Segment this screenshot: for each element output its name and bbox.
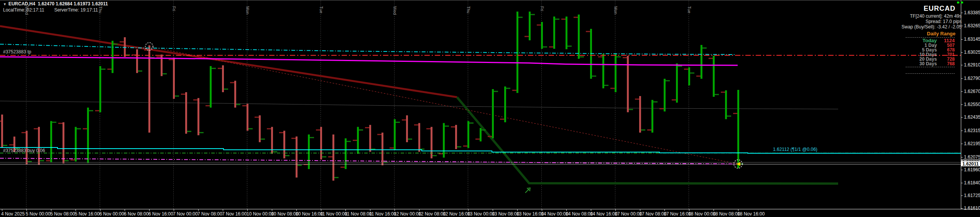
close-tick [396, 122, 400, 123]
day-of-week-label: Thu [466, 6, 471, 13]
chart-svg[interactable]: WedThuFriMonTueWedThuFriMonTue#37523883 … [0, 0, 980, 217]
ohlc-bar [210, 66, 212, 108]
ohlc-bar [480, 128, 482, 141]
open-tick [696, 76, 700, 77]
open-tick [193, 99, 197, 101]
close-tick [310, 137, 314, 138]
open-tick [635, 99, 639, 100]
panel-symbol-title: EURCAD [847, 5, 962, 13]
ohlc-bar [283, 131, 285, 158]
open-tick [574, 17, 578, 18]
range-row: 20 Days 728 [847, 57, 962, 61]
price-axis-label: 1.61725 [964, 193, 980, 198]
ohlc-bar [688, 67, 690, 85]
time-axis-label: 10 Nov 08:00 [271, 211, 299, 217]
close-tick [359, 129, 363, 131]
close-tick [678, 66, 682, 67]
time-axis-label: 6 Nov 16:00 [148, 211, 173, 217]
close-tick [248, 128, 253, 129]
time-axis-label: 13 Nov 16:00 [516, 211, 544, 217]
open-tick [647, 129, 651, 131]
close-tick [641, 129, 645, 131]
close-tick [469, 123, 474, 124]
green-trendline-thick [457, 97, 838, 184]
open-tick [684, 69, 688, 70]
time-axis-label: 5 Nov 16:00 [75, 211, 100, 217]
price-axis-label: 1.62550 [964, 102, 980, 107]
close-tick [334, 177, 339, 178]
range-row: 30 Days 768 [847, 61, 962, 66]
ohlc-values: 1.62470 1.62684 1.61973 1.62011 [38, 1, 108, 7]
close-tick [555, 18, 559, 20]
close-tick [506, 88, 510, 89]
close-tick [28, 161, 32, 162]
price-chart-canvas[interactable]: WedThuFriMonTueWedThuFriMonTue#37523883 … [0, 0, 980, 217]
close-tick [3, 145, 7, 146]
close-tick [702, 48, 707, 49]
open-tick [169, 59, 173, 60]
close-tick [89, 110, 93, 111]
ohlc-bar [173, 58, 175, 99]
range-row-today: Today 1124 [847, 38, 962, 43]
close-tick [40, 160, 44, 161]
connection-status-dot [957, 2, 959, 3]
time-axis-label: 5 Nov 00:00 [26, 211, 51, 217]
close-tick [580, 56, 584, 57]
open-tick [291, 138, 296, 139]
close-tick [285, 155, 289, 156]
daily-range-title: Daily Range [847, 31, 962, 36]
ohlc-bar [529, 12, 531, 40]
ohlc-bar [320, 127, 322, 159]
ohlc-bar [725, 90, 727, 119]
local-time-label: LocalTime: 02:17:11 [3, 7, 44, 13]
time-axis-label: 7 Nov 08:00 [197, 211, 222, 217]
close-tick [445, 126, 449, 127]
ohlc-bar [112, 41, 113, 73]
close-tick [531, 14, 535, 15]
close-tick [482, 129, 486, 131]
time-axis-label: 4 Nov 2025 [1, 211, 25, 217]
open-tick [488, 136, 492, 137]
ohlc-bar [516, 12, 518, 93]
day-of-week-label: Fri [540, 6, 544, 11]
open-tick [549, 46, 553, 48]
price-axis-label: 1.63385 [964, 10, 980, 15]
chevron-down-icon[interactable]: ▼ [3, 2, 7, 6]
close-tick [457, 146, 461, 147]
open-tick [390, 147, 394, 149]
close-tick [408, 139, 412, 140]
open-tick [107, 69, 112, 70]
close-tick [163, 73, 167, 75]
close-tick [138, 70, 142, 71]
ohlc-bar [492, 89, 494, 138]
ohlc-bar [87, 108, 89, 163]
time-axis-label: 14 Nov 00:00 [541, 211, 569, 217]
panel-tf-countdown: TF[240 current]: 42m 49s [847, 13, 962, 19]
day-of-week-label: Fri [172, 6, 176, 11]
time-axis-label: 18 Nov 16:00 [737, 211, 765, 217]
symbol-header: ▼EURCAD,H4 1.62470 1.62684 1.61973 1.620… [3, 1, 108, 7]
day-of-week-label: Mon [245, 6, 250, 14]
red-trendline-thick [0, 26, 457, 97]
open-tick [451, 126, 455, 128]
open-tick [267, 128, 271, 129]
close-tick [261, 139, 265, 140]
open-tick [120, 41, 124, 42]
close-tick [236, 104, 240, 105]
time-axis-label: 14 Nov 16:00 [590, 211, 618, 217]
open-tick [586, 31, 590, 32]
time-axis-label: 13 Nov 08:00 [492, 211, 520, 217]
ohlc-bar [615, 54, 617, 92]
ohlc-bar [296, 136, 298, 177]
close-tick [653, 101, 658, 103]
buy-order-label: #37523883 buy 0.06 [3, 148, 45, 153]
close-tick [199, 132, 204, 133]
symbol-timeframe-label: EURCAD,H4 [8, 1, 35, 7]
ohlc-bar [406, 115, 408, 142]
open-tick [242, 105, 247, 106]
open-tick [316, 129, 320, 131]
open-tick [598, 56, 602, 57]
time-axis-label: 17 Nov 08:00 [639, 211, 667, 217]
close-tick [347, 141, 351, 142]
price-axis-label: 1.62790 [964, 76, 980, 81]
